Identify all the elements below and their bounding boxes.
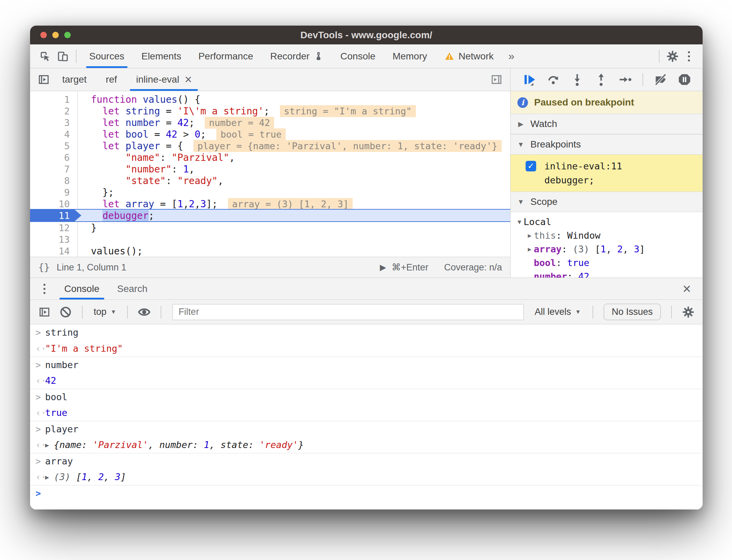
toggle-debugger-sidebar-icon[interactable]: [488, 71, 505, 88]
panel-tab-console[interactable]: Console: [332, 44, 384, 68]
show-console-sidebar-icon[interactable]: [36, 303, 53, 321]
close-window-button[interactable]: [40, 32, 47, 38]
scope-entry-this[interactable]: ▶this: Window: [511, 228, 703, 242]
line-number[interactable]: 2: [30, 106, 77, 116]
code-line[interactable]: 5 let player = {player = {name: 'Parziva…: [30, 140, 510, 152]
step-over-button[interactable]: [543, 71, 564, 88]
line-number[interactable]: 14: [30, 246, 77, 256]
pause-on-exceptions-button[interactable]: [674, 71, 695, 88]
line-number[interactable]: 5: [30, 141, 77, 151]
console-result-row[interactable]: ‹·true: [30, 405, 703, 421]
code-line[interactable]: 1function values() {: [30, 94, 510, 105]
expand-triangle-icon[interactable]: ▶: [45, 473, 49, 481]
scope-entry-array[interactable]: ▶array: (3) [1, 2, 3]: [511, 242, 703, 256]
line-number[interactable]: 8: [30, 176, 77, 186]
console-input-row[interactable]: >array: [30, 453, 703, 469]
code-line-paused[interactable]: 11 debugger;: [30, 209, 510, 222]
file-tab-target[interactable]: target: [53, 68, 96, 91]
step-into-button[interactable]: [567, 71, 588, 88]
step-button[interactable]: [614, 71, 636, 88]
scope-section-header[interactable]: ▼ Scope: [511, 192, 703, 212]
console-result-row[interactable]: ‹·"I'm a string": [30, 340, 703, 356]
code-line[interactable]: 2 let string = 'I\'m a string';string = …: [30, 105, 510, 117]
console-input-row[interactable]: >number: [30, 356, 703, 373]
scope-entry-number[interactable]: number: 42: [511, 269, 703, 278]
panel-tab-elements[interactable]: Elements: [133, 44, 190, 68]
panel-tab-performance[interactable]: Performance: [190, 44, 261, 68]
drawer-tab-search[interactable]: Search: [108, 278, 157, 299]
deactivate-breakpoints-button[interactable]: [650, 71, 671, 88]
log-levels-dropdown[interactable]: All levels ▼: [531, 307, 585, 317]
code-line[interactable]: 10 let array = [1,2,3];array = (3) [1, 2…: [30, 198, 510, 210]
console-input-row[interactable]: >player: [30, 421, 703, 437]
scope-local-row[interactable]: ▼ Local: [511, 215, 703, 228]
console-result-row[interactable]: ‹·42: [30, 373, 703, 389]
chevron-right-icon: ▶: [517, 120, 525, 128]
scope-entry-bool[interactable]: bool: true: [511, 256, 703, 269]
console-result-row[interactable]: ‹·▶(3) [1, 2, 3]: [30, 469, 703, 485]
code-line[interactable]: 14values();: [30, 245, 510, 257]
console-settings-gear-icon[interactable]: [679, 303, 697, 321]
panel-tab-memory[interactable]: Memory: [384, 44, 436, 68]
breakpoint-entry[interactable]: ✓ inline-eval:11 debugger;: [511, 155, 703, 192]
zoom-window-button[interactable]: [64, 32, 71, 38]
close-drawer-icon[interactable]: ×: [678, 282, 696, 296]
line-number[interactable]: 4: [30, 129, 77, 140]
code-line[interactable]: 9 };: [30, 186, 510, 198]
close-file-tab-icon[interactable]: ×: [185, 73, 192, 86]
step-out-button[interactable]: [591, 71, 612, 88]
console-input-chevron-icon: >: [30, 424, 45, 434]
device-toolbar-icon[interactable]: [54, 47, 72, 65]
drawer-tab-console[interactable]: Console: [55, 278, 108, 299]
code-line[interactable]: 12}: [30, 222, 510, 234]
code-line[interactable]: 7 "number": 1,: [30, 163, 510, 175]
clear-console-icon[interactable]: [57, 303, 74, 321]
panel-tab-label: Network: [459, 51, 494, 62]
breakpoint-checkbox[interactable]: ✓: [526, 161, 536, 171]
console-output[interactable]: >string‹·"I'm a string">number‹·42>bool‹…: [30, 324, 703, 509]
more-panels-icon[interactable]: »: [502, 50, 520, 62]
code-line[interactable]: 8 "state": "ready",: [30, 175, 510, 186]
panel-tab-recorder[interactable]: Recorder: [262, 44, 332, 68]
line-number[interactable]: 9: [30, 187, 77, 198]
minimize-window-button[interactable]: [52, 32, 59, 38]
line-number[interactable]: 7: [30, 164, 77, 174]
code-line[interactable]: 4 let bool = 42 > 0;bool = true: [30, 128, 510, 140]
context-selector[interactable]: top ▼: [90, 307, 120, 317]
issues-counter-button[interactable]: No Issues: [604, 304, 661, 320]
resume-script-button[interactable]: [519, 71, 540, 88]
console-prompt-chevron-icon[interactable]: >: [30, 488, 45, 499]
drawer-menu-kebab-icon[interactable]: [37, 284, 52, 294]
show-navigator-icon[interactable]: [35, 71, 53, 88]
panel-tab-label: Elements: [141, 51, 181, 62]
code-area[interactable]: 1function values() {2 let string = 'I\'m…: [30, 91, 510, 257]
line-number[interactable]: 10: [30, 199, 77, 209]
filter-input[interactable]: [172, 304, 524, 320]
code-line[interactable]: 6 "name": "Parzival",: [30, 152, 510, 163]
console-prompt-row[interactable]: >: [30, 485, 703, 501]
settings-gear-icon[interactable]: [664, 47, 681, 65]
live-expression-eye-icon[interactable]: [135, 303, 153, 321]
panel-tab-network[interactable]: Network: [436, 44, 502, 68]
expand-triangle-icon[interactable]: ▶: [45, 441, 49, 449]
inspect-element-icon[interactable]: [36, 47, 54, 65]
line-number[interactable]: 1: [30, 94, 77, 105]
line-number[interactable]: 11: [30, 210, 81, 221]
code-line[interactable]: 13: [30, 234, 510, 245]
panel-tab-sources[interactable]: Sources: [81, 44, 133, 68]
console-input-row[interactable]: >string: [30, 324, 703, 340]
console-result-row[interactable]: ‹·▶{name: 'Parzival', number: 1, state: …: [30, 437, 703, 453]
more-options-kebab-icon[interactable]: [681, 51, 696, 61]
watch-section-header[interactable]: ▶ Watch: [511, 114, 703, 134]
line-number[interactable]: 13: [30, 234, 77, 245]
code-line[interactable]: 3 let number = 42;number = 42: [30, 117, 510, 128]
pretty-print-icon[interactable]: {}: [38, 262, 50, 273]
file-tab-ref[interactable]: ref: [96, 68, 127, 91]
line-number[interactable]: 12: [30, 223, 77, 233]
line-number[interactable]: 3: [30, 117, 77, 128]
breakpoints-section-header[interactable]: ▼ Breakpoints: [511, 134, 703, 155]
scope-var-name: array: [534, 244, 561, 254]
line-number[interactable]: 6: [30, 152, 77, 163]
console-input-row[interactable]: >bool: [30, 389, 703, 405]
file-tab-inline-eval[interactable]: inline-eval×: [126, 68, 201, 91]
